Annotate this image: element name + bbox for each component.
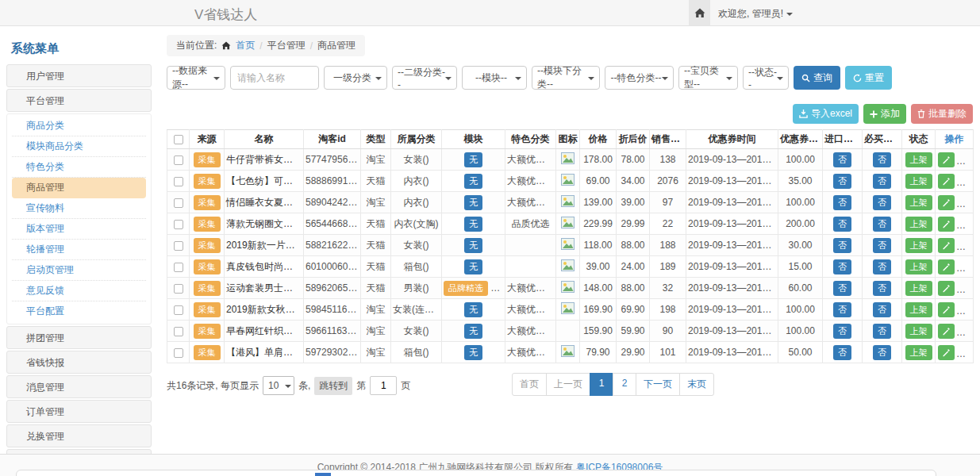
sidebar-group-item[interactable]: 订单管理 [6, 400, 152, 423]
reset-button[interactable]: 重置 [845, 66, 892, 90]
row-checkbox[interactable] [174, 220, 183, 229]
sidebar-subitem[interactable]: 商品管理 [12, 178, 146, 198]
import-excel-button[interactable]: 导入excel [793, 104, 859, 124]
module-badge[interactable]: 无 [464, 195, 482, 210]
edit-button[interactable] [938, 152, 955, 167]
filter-select-module[interactable]: --模块-- [462, 66, 527, 90]
per-page-select[interactable]: 10 [263, 376, 294, 395]
module-badge[interactable]: 无 [464, 259, 482, 274]
edit-button[interactable] [938, 259, 955, 274]
source-badge[interactable]: 采集 [194, 345, 221, 360]
sidebar-group-item[interactable]: 平台管理 [6, 89, 152, 112]
row-checkbox[interactable] [174, 198, 183, 208]
edit-button[interactable] [938, 238, 955, 253]
import-select-toggle[interactable]: 否 [833, 302, 851, 317]
sidebar-subitem[interactable]: 商品分类 [12, 116, 146, 136]
status-toggle[interactable]: 上架 [905, 345, 932, 360]
user-menu[interactable]: 欢迎您, 管理员! [718, 7, 793, 21]
sidebar-group-item[interactable]: 省钱快报 [6, 351, 152, 374]
import-select-toggle[interactable]: 否 [833, 259, 851, 274]
must-buy-toggle[interactable]: 否 [873, 302, 891, 317]
import-select-toggle[interactable]: 否 [833, 345, 851, 360]
row-checkbox[interactable] [174, 305, 183, 315]
filter-select-category-1[interactable]: 一级分类 [324, 66, 387, 90]
sidebar-group-item[interactable]: 拼团管理 [6, 326, 152, 349]
source-badge[interactable]: 采集 [194, 174, 221, 189]
sidebar-group-item[interactable]: 消息管理 [6, 375, 152, 398]
sidebar-subitem[interactable]: 意见反馈 [12, 281, 146, 301]
must-buy-toggle[interactable]: 否 [873, 324, 891, 339]
page-number-input[interactable] [370, 376, 397, 395]
row-checkbox[interactable] [174, 348, 183, 358]
sidebar-group-item[interactable]: 用户管理 [6, 64, 152, 87]
pager-button-2[interactable]: 2 [613, 373, 636, 396]
filter-select-feature-category[interactable]: --特色分类-- [605, 66, 674, 90]
source-badge[interactable]: 采集 [194, 195, 221, 210]
source-badge[interactable]: 采集 [194, 259, 221, 274]
must-buy-toggle[interactable]: 否 [873, 259, 891, 274]
pager-button-下一页[interactable]: 下一页 [636, 373, 680, 396]
filter-select-data-source[interactable]: --数据来源-- [167, 66, 225, 90]
must-buy-toggle[interactable]: 否 [873, 152, 891, 167]
import-select-toggle[interactable]: 否 [833, 152, 851, 167]
row-checkbox[interactable] [174, 263, 183, 272]
status-toggle[interactable]: 上架 [905, 238, 932, 253]
filter-select-item-type[interactable]: --宝贝类型-- [678, 66, 738, 90]
module-badge[interactable]: 无 [464, 217, 482, 232]
batch-delete-button[interactable]: 批量删除 [911, 104, 973, 124]
sidebar-subitem[interactable]: 版本管理 [12, 219, 146, 240]
module-badge[interactable]: 无 [464, 324, 482, 339]
edit-button[interactable] [938, 195, 955, 210]
breadcrumb-home-link[interactable]: 首页 [236, 39, 255, 52]
edit-button[interactable] [938, 345, 955, 360]
status-toggle[interactable]: 上架 [905, 259, 932, 274]
edit-button[interactable] [938, 302, 955, 317]
status-toggle[interactable]: 上架 [905, 281, 932, 296]
import-select-toggle[interactable]: 否 [833, 195, 851, 210]
edit-button[interactable] [938, 174, 955, 189]
import-select-toggle[interactable]: 否 [833, 174, 851, 189]
module-badge[interactable]: 无 [464, 152, 482, 167]
row-checkbox[interactable] [174, 327, 183, 336]
source-badge[interactable]: 采集 [194, 281, 221, 296]
must-buy-toggle[interactable]: 否 [873, 238, 891, 253]
source-badge[interactable]: 采集 [194, 238, 221, 253]
edit-button[interactable] [938, 281, 955, 296]
edit-button[interactable] [938, 217, 955, 232]
module-badge[interactable]: 无 [464, 302, 482, 317]
filter-select-category-2[interactable]: --二级分类-- [392, 66, 457, 90]
source-badge[interactable]: 采集 [194, 152, 221, 167]
status-toggle[interactable]: 上架 [905, 152, 932, 167]
sidebar-group-item[interactable]: 兑换管理 [6, 424, 152, 447]
sidebar-subitem[interactable]: 轮播管理 [12, 240, 146, 260]
search-button[interactable]: 查询 [794, 66, 840, 90]
source-badge[interactable]: 采集 [194, 302, 221, 317]
row-checkbox[interactable] [174, 241, 183, 251]
module-badge[interactable]: 品牌精选 [444, 281, 488, 296]
status-toggle[interactable]: 上架 [905, 302, 932, 317]
import-select-toggle[interactable]: 否 [833, 324, 851, 339]
row-checkbox[interactable] [174, 284, 183, 294]
select-all-checkbox[interactable] [174, 135, 183, 144]
import-select-toggle[interactable]: 否 [833, 217, 851, 232]
pager-button-1[interactable]: 1 [590, 373, 613, 396]
must-buy-toggle[interactable]: 否 [873, 217, 891, 232]
status-toggle[interactable]: 上架 [905, 324, 932, 339]
status-toggle[interactable]: 上架 [905, 217, 932, 232]
row-checkbox[interactable] [174, 155, 183, 165]
sidebar-subitem[interactable]: 启动页管理 [12, 260, 146, 281]
must-buy-toggle[interactable]: 否 [873, 195, 891, 210]
row-checkbox[interactable] [174, 177, 183, 186]
sidebar-subitem[interactable]: 平台配置 [12, 301, 146, 322]
status-toggle[interactable]: 上架 [905, 195, 932, 210]
must-buy-toggle[interactable]: 否 [873, 174, 891, 189]
edit-button[interactable] [938, 324, 955, 339]
sidebar-subitem[interactable]: 特色分类 [12, 157, 146, 178]
must-buy-toggle[interactable]: 否 [873, 345, 891, 360]
module-badge[interactable]: 无 [464, 174, 482, 189]
pager-button-末页[interactable]: 末页 [679, 373, 714, 396]
add-button[interactable]: 添加 [863, 104, 906, 124]
filter-select-status[interactable]: --状态-- [743, 66, 789, 90]
import-select-toggle[interactable]: 否 [833, 281, 851, 296]
home-button[interactable] [689, 0, 710, 25]
